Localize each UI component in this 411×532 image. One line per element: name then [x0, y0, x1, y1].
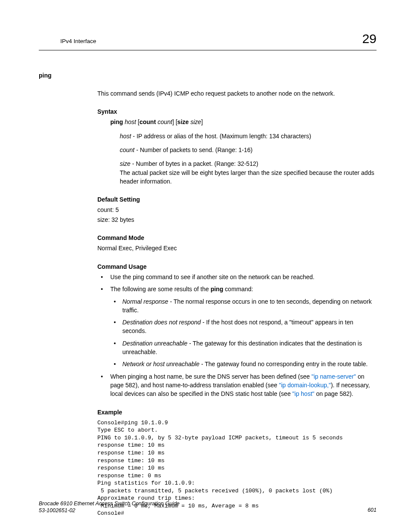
usage-subitem: Destination does not respond - If the ho… — [110, 318, 377, 336]
usage-item: Use the ping command to see if another s… — [97, 273, 377, 281]
default-heading: Default Setting — [97, 195, 377, 204]
link-ip-domain-lookup[interactable]: "ip domain-lookup," — [279, 382, 330, 389]
param-host: host - IP address or alias of the host. … — [120, 132, 377, 140]
syntax-kw-count: count — [140, 118, 156, 125]
syntax-cmd: ping — [110, 118, 123, 125]
footer-docnum: 53-1002651-02 — [39, 507, 180, 514]
link-ip-name-server[interactable]: "ip name-server" — [311, 373, 356, 380]
footer-page: 601 — [367, 506, 377, 514]
example-heading: Example — [97, 408, 377, 417]
syntax-rb2: ] — [201, 118, 203, 125]
syntax-heading: Syntax — [97, 107, 377, 116]
usage-subitem: Normal response - The normal response oc… — [110, 297, 377, 315]
syntax-lb1: [ — [136, 118, 140, 125]
header-chapter: 29 — [362, 29, 377, 48]
param-size: size - Number of bytes in a packet. (Ran… — [120, 159, 377, 186]
syntax-arg-count: count — [158, 118, 172, 125]
syntax-rb1: ] [ — [172, 118, 177, 125]
mode-heading: Command Mode — [97, 233, 377, 242]
usage-subitem: Network or host unreachable - The gatewa… — [110, 360, 377, 368]
usage-item: The following are some results of the pi… — [97, 285, 377, 368]
usage-heading: Command Usage — [97, 262, 377, 271]
header-section: IPv4 Interface — [39, 37, 96, 46]
default-size: size: 32 bytes — [97, 215, 377, 224]
command-intro: This command sends (IPv4) ICMP echo requ… — [97, 89, 377, 98]
content-body: This command sends (IPv4) ICMP echo requ… — [97, 89, 377, 517]
default-count: count: 5 — [97, 205, 377, 214]
usage-subitem: Destination unreachable - The gateway fo… — [110, 339, 377, 357]
syntax-kw-size: size — [177, 118, 189, 125]
mode-text: Normal Exec, Privileged Exec — [97, 244, 377, 252]
usage-list: Use the ping command to see if another s… — [97, 273, 377, 398]
usage-item: When pinging a host name, be sure the DN… — [97, 372, 377, 398]
syntax-host: host — [125, 118, 136, 125]
syntax-line: ping host [count count] [size size] — [110, 118, 377, 126]
command-name: ping — [39, 71, 377, 80]
usage-sublist: Normal response - The normal response oc… — [110, 297, 377, 369]
page-header: IPv4 Interface 29 — [39, 29, 377, 50]
syntax-arg-size: size — [190, 118, 201, 125]
footer-title: Brocade 6910 Ethernet Access Switch Conf… — [39, 500, 180, 507]
page-footer: Brocade 6910 Ethernet Access Switch Conf… — [39, 500, 377, 514]
link-ip-host[interactable]: "ip host" — [293, 390, 314, 397]
param-count: count - Number of packets to send. (Rang… — [120, 146, 377, 154]
